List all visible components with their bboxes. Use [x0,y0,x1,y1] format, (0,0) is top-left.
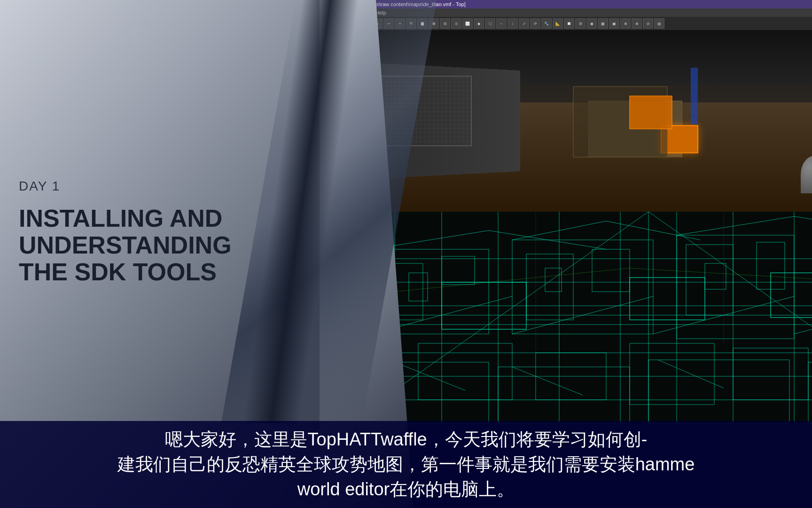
subtitles-bar: 嗯大家好，这里是TopHATTwaffle，今天我们将要学习如何创- 建我们自己… [0,421,812,508]
toolbar-btn-4[interactable]: ↩ [383,18,394,29]
hammer-menubar: Window Help [348,8,812,17]
viewport-3d [348,30,812,212]
scene-orange-box [661,125,698,153]
toolbar-btn-17[interactable]: ⟳ [530,18,540,29]
toolbar-btn-13[interactable]: ⬡ [485,18,495,29]
toolbar-btn-23[interactable]: ▦ [598,18,608,29]
toolbar-btn-26[interactable]: ⊕ [632,18,642,29]
slide-title-line3: THE SDK TOOLS [19,259,232,286]
slide-title-line2: UNDERSTANDING [19,232,232,259]
toolbar-btn-11[interactable]: ⬜ [462,18,473,29]
toolbar-btn-14[interactable]: ↔ [496,18,507,29]
wireframe-svg [348,212,812,423]
hammer-titlebar: ...tions\Titan\raw content\maps\de_titan… [348,0,812,8]
toolbar-btn-28[interactable]: ▤ [654,18,664,29]
toolbar-btn-21[interactable]: ⚙ [575,18,586,29]
subtitle-line1: 嗯大家好，这里是TopHATTwaffle，今天我们将要学习如何创- [117,427,695,452]
toolbar-btn-22[interactable]: ◉ [586,18,597,29]
toolbar-btn-27[interactable]: ⊘ [643,18,653,29]
wireframe-bg [348,212,812,423]
toolbar-btn-8[interactable]: ⊞ [429,18,439,29]
toolbar-btn-9[interactable]: ⊟ [440,18,450,29]
toolbar-btn-12[interactable]: ◆ [474,18,484,29]
toolbar-btn-20[interactable]: 🔲 [564,18,574,29]
subtitle-line2: 建我们自己的反恐精英全球攻势地图，第一件事就是我们需要安装hamme [117,452,695,477]
toolbar-btn-15[interactable]: ↕ [508,18,518,29]
subtitle-line3: world editor在你的电脑上。 [117,477,695,502]
menu-help[interactable]: Help [375,10,386,16]
slide-content: DAY 1 INSTALLING AND UNDERSTANDING THE S… [19,179,232,286]
toolbar-btn-18[interactable]: 🔧 [541,18,552,29]
scene-metal-fence [378,76,472,146]
toolbar-btn-16[interactable]: ⤢ [519,18,529,29]
hammer-toolbar: ⬛ ◀ ▶ ↩ ✂ ⧉ 📋 ⊞ ⊟ ⊙ ⬜ ◆ ⬡ ↔ ↕ ⤢ ⟳ 🔧 📐 🔲 [348,17,812,30]
toolbar-btn-19[interactable]: 📐 [553,18,563,29]
svg-rect-6 [348,212,812,423]
subtitle-text: 嗯大家好，这里是TopHATTwaffle，今天我们将要学习如何创- 建我们自己… [108,427,704,502]
slide-title: INSTALLING AND UNDERSTANDING THE SDK TOO… [19,205,232,286]
toolbar-btn-7[interactable]: 📋 [417,18,428,29]
day-label: DAY 1 [19,179,232,194]
toolbar-btn-5[interactable]: ✂ [395,18,405,29]
screenshot-top: ...tions\Titan\raw content\maps\de_titan… [348,0,812,212]
toolbar-btn-6[interactable]: ⧉ [406,18,416,29]
screenshot-bottom [348,212,812,423]
toolbar-btn-10[interactable]: ⊙ [451,18,461,29]
toolbar-btn-25[interactable]: ⊗ [620,18,631,29]
slide-title-line1: INSTALLING AND [19,205,232,232]
toolbar-btn-24[interactable]: ▣ [609,18,619,29]
root: DAY 1 INSTALLING AND UNDERSTANDING THE S… [0,0,812,508]
